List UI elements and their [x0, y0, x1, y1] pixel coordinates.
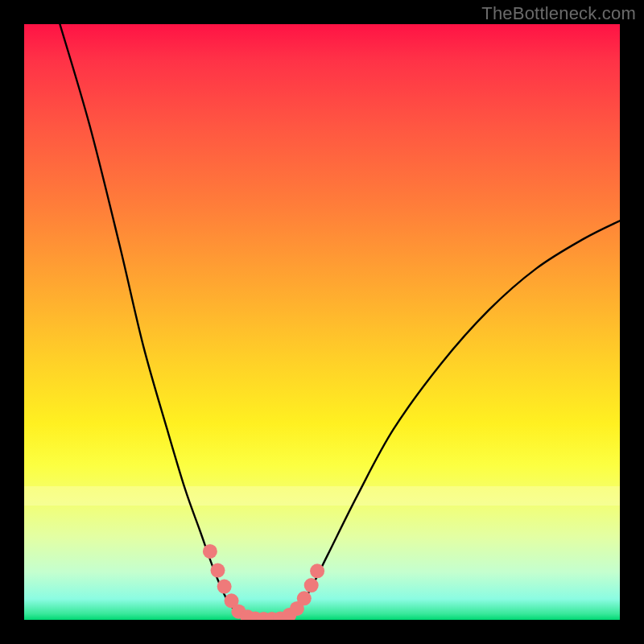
valley-marker	[203, 544, 217, 559]
valley-markers	[203, 544, 324, 620]
bottleneck-curve	[60, 24, 620, 619]
valley-marker	[304, 578, 319, 592]
valley-marker	[310, 564, 324, 578]
curve-layer	[24, 24, 620, 620]
valley-marker	[211, 564, 225, 578]
valley-marker	[297, 591, 312, 605]
plot-area	[24, 24, 620, 620]
watermark-text: TheBottleneck.com	[481, 3, 636, 24]
canvas: TheBottleneck.com	[0, 0, 644, 644]
valley-marker	[217, 580, 232, 594]
bottleneck-curve-path	[60, 24, 620, 619]
